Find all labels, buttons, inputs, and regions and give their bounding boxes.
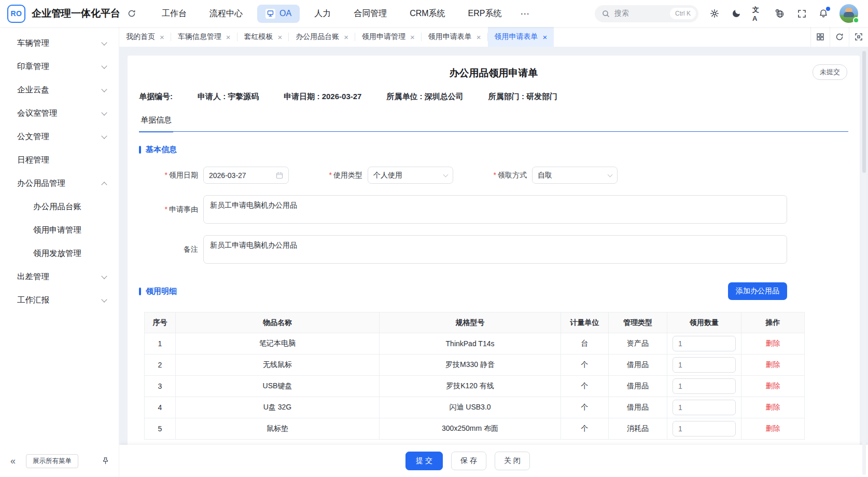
- sidebar-item[interactable]: 领用申请管理: [0, 219, 119, 242]
- sidebar-item-label: 领用发放管理: [33, 248, 81, 259]
- sidebar-item[interactable]: 工作汇报: [0, 289, 119, 312]
- add-office-supply-button[interactable]: 添加办公用品: [728, 282, 787, 300]
- calendar-icon: [276, 172, 283, 179]
- close-icon[interactable]: ×: [278, 33, 283, 41]
- reload-tab-icon[interactable]: [830, 27, 849, 47]
- field-label: 申请事由: [139, 205, 203, 214]
- refresh-icon[interactable]: [128, 9, 136, 18]
- fullscreen-icon[interactable]: [796, 8, 807, 19]
- date-value: 2026-03-27: [209, 171, 246, 180]
- navbar-menu-item[interactable]: 人力: [306, 4, 339, 23]
- cell-manage-type: 借用品: [609, 376, 667, 397]
- navbar-menu-item[interactable]: CRM系统: [401, 4, 453, 23]
- cell-quantity: [667, 376, 741, 397]
- scrollbar-thumb[interactable]: [862, 51, 866, 173]
- sidebar-menu: 车辆管理 印章管理 企业云盘 会议室管理 公文管理: [0, 27, 119, 312]
- view-tab[interactable]: 我的首页 ×: [119, 27, 171, 47]
- delete-row-link[interactable]: 删除: [766, 381, 780, 390]
- field-label: 领取方式: [468, 171, 532, 180]
- view-tab[interactable]: 办公用品台账 ×: [289, 27, 355, 47]
- sidebar-item[interactable]: 印章管理: [0, 55, 119, 78]
- maximize-view-icon[interactable]: [849, 27, 868, 47]
- online-status-dot: [853, 17, 859, 23]
- view-tab[interactable]: 领用申请表单 ×: [422, 27, 488, 47]
- use-type-select[interactable]: 个人使用: [368, 167, 453, 184]
- sidebar-item[interactable]: 企业云盘: [0, 78, 119, 102]
- sidebar-item[interactable]: 车辆管理: [0, 32, 119, 55]
- search-shortcut-badge: Ctrl K: [670, 8, 696, 19]
- navbar-menu-label: ERP系统: [468, 8, 502, 19]
- sidebar-item-label: 日程管理: [17, 155, 49, 166]
- cell-unit: 个: [561, 418, 609, 440]
- navbar-menu-item[interactable]: 合同管理: [345, 4, 395, 23]
- sidebar-item[interactable]: 领用发放管理: [0, 242, 119, 265]
- navbar-menu-label: 流程中心: [209, 8, 243, 19]
- sidebar-item[interactable]: 日程管理: [0, 148, 119, 172]
- cell-action: 删除: [741, 376, 805, 397]
- search-input[interactable]: 搜索 Ctrl K: [595, 5, 698, 22]
- dark-mode-moon-icon[interactable]: [731, 8, 742, 19]
- search-placeholder: 搜索: [614, 9, 665, 18]
- quantity-input[interactable]: [673, 336, 736, 351]
- remark-textarea[interactable]: 新员工申请电脑机办公用品: [203, 235, 787, 264]
- sidebar-item-label: 车辆管理: [17, 38, 49, 49]
- sidebar-item[interactable]: 出差管理: [0, 265, 119, 289]
- navbar-menu-label: ⋯: [520, 8, 529, 19]
- form-meta-item: 单据编号:: [139, 92, 173, 102]
- sidebar-item[interactable]: 办公用品台账: [0, 195, 119, 219]
- save-button[interactable]: 保 存: [451, 452, 486, 470]
- close-button[interactable]: 关 闭: [495, 452, 530, 470]
- quantity-input[interactable]: [673, 421, 736, 437]
- navbar-menu-item[interactable]: 流程中心: [201, 4, 251, 23]
- close-icon[interactable]: ×: [543, 33, 548, 41]
- delete-row-link[interactable]: 删除: [766, 424, 780, 432]
- section-accent-bar: [139, 288, 141, 295]
- submit-button[interactable]: 提 交: [405, 452, 443, 470]
- close-icon[interactable]: ×: [160, 33, 164, 41]
- navbar-menu-item[interactable]: 工作台: [153, 4, 195, 23]
- delete-row-link[interactable]: 删除: [766, 339, 780, 347]
- view-tab[interactable]: 领用申请表单 ×: [488, 27, 554, 47]
- pickup-method-select[interactable]: 自取: [532, 167, 618, 184]
- detail-section-title-wrap: 领用明细: [139, 287, 177, 296]
- cell-spec: 闪迪 USB3.0: [380, 397, 561, 418]
- date-picker-input[interactable]: 2026-03-27: [203, 167, 289, 184]
- close-icon[interactable]: ×: [344, 33, 348, 41]
- quantity-input[interactable]: [673, 400, 736, 415]
- navbar-menu-item[interactable]: ERP系统: [460, 4, 510, 23]
- view-tab[interactable]: 套红模板 ×: [237, 27, 289, 47]
- delete-row-link[interactable]: 删除: [766, 403, 780, 411]
- sidebar-item[interactable]: 公文管理: [0, 125, 119, 148]
- pin-icon[interactable]: [102, 457, 109, 465]
- quantity-input[interactable]: [673, 378, 736, 394]
- close-icon[interactable]: ×: [226, 33, 231, 41]
- chevron-icon: [101, 133, 107, 139]
- timezone-globe-icon[interactable]: [774, 8, 786, 19]
- navbar-menu-item[interactable]: OA: [257, 5, 300, 23]
- sidebar-item[interactable]: 会议室管理: [0, 102, 119, 125]
- quantity-input[interactable]: [673, 357, 736, 373]
- notifications-bell-icon[interactable]: [818, 8, 829, 19]
- user-avatar[interactable]: [839, 4, 858, 23]
- tab-document-info[interactable]: 单据信息: [139, 108, 173, 132]
- delete-row-link[interactable]: 删除: [766, 360, 780, 369]
- field-label: 使用类型: [303, 171, 368, 180]
- close-icon[interactable]: ×: [410, 33, 415, 41]
- view-tab[interactable]: 车辆信息管理 ×: [171, 27, 237, 47]
- layout-grid-icon[interactable]: [810, 27, 830, 47]
- translate-icon[interactable]: 文A: [752, 8, 764, 19]
- settings-gear-icon[interactable]: [709, 8, 720, 19]
- section-title: 领用明细: [146, 287, 177, 296]
- collapse-sidebar-icon[interactable]: «: [9, 454, 17, 468]
- apply-reason-textarea[interactable]: 新员工申请电脑机办公用品: [203, 195, 787, 224]
- show-all-menus-button[interactable]: 展示所有菜单: [26, 454, 78, 468]
- navbar-menu-item[interactable]: ⋯: [516, 4, 534, 23]
- field-use-type: 使用类型 个人使用: [303, 167, 468, 184]
- table-header-cell: 规格型号: [380, 312, 561, 333]
- view-tab[interactable]: 领用申请管理 ×: [355, 27, 422, 47]
- cell-unit: 个: [561, 376, 609, 397]
- sidebar-footer: « 展示所有菜单: [0, 445, 119, 477]
- close-icon[interactable]: ×: [477, 33, 481, 41]
- sidebar-item-label: 公文管理: [17, 131, 49, 142]
- sidebar-item[interactable]: 办公用品管理: [0, 172, 119, 195]
